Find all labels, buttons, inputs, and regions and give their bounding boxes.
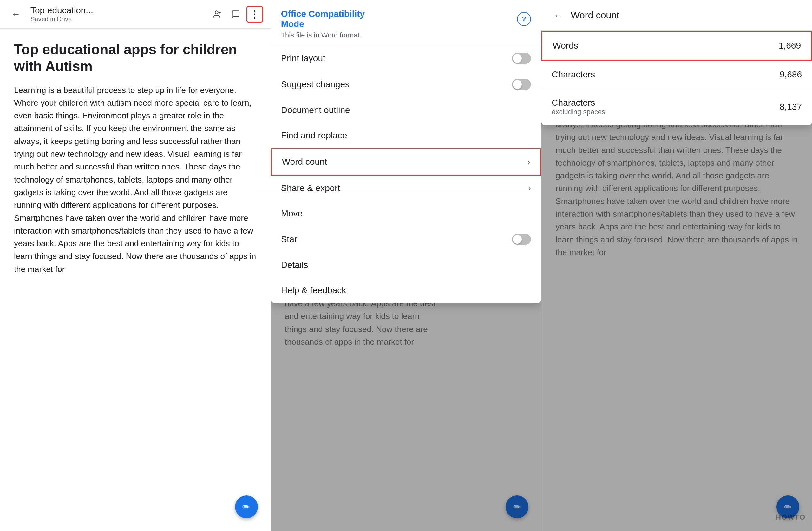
menu-item-suggest-changes[interactable]: Suggest changes (271, 71, 541, 97)
menu-item-move[interactable]: Move (271, 201, 541, 226)
wc-sublabel-chars-no-spaces: excluding spaces (552, 108, 780, 116)
wc-value-characters: 9,686 (780, 70, 802, 80)
comment-button[interactable] (228, 6, 244, 23)
wc-value-words: 1,669 (779, 41, 801, 51)
wc-header: ← Word count (541, 0, 812, 31)
menu-item-find-replace[interactable]: Find and replace (271, 123, 541, 148)
context-menu: Office CompatibilityMode ? This file is … (271, 0, 541, 303)
chevron-share-export: › (528, 183, 531, 193)
add-person-button[interactable] (208, 6, 225, 23)
wc-row-words: Words 1,669 (541, 31, 812, 61)
wc-label-chars-no-spaces: Characters (552, 98, 780, 108)
menu-item-word-count[interactable]: Word count › (271, 148, 541, 176)
wc-row-characters: Characters 9,686 (541, 61, 812, 89)
document-title-1: Top educational apps for children with A… (14, 41, 257, 75)
document-content-1: Top educational apps for children with A… (0, 29, 271, 531)
menu-label-document-outline: Document outline (281, 105, 531, 115)
menu-label-help-feedback: Help & feedback (281, 285, 531, 295)
menu-label-print-layout: Print layout (281, 53, 512, 64)
menu-label-suggest-changes: Suggest changes (281, 79, 512, 89)
help-icon[interactable]: ? (517, 12, 531, 26)
menu-item-star[interactable]: Star (271, 226, 541, 252)
toggle-suggest-changes[interactable] (512, 79, 531, 90)
menu-item-print-layout[interactable]: Print layout (271, 45, 541, 71)
wc-label-characters: Characters (552, 70, 780, 80)
watermark: HOWTO (776, 513, 806, 521)
wc-value-chars-no-spaces: 8,137 (780, 102, 802, 112)
toolbar-actions-1: ⋮ (208, 6, 263, 23)
wc-row-chars-no-spaces: Characters excluding spaces 8,137 (541, 89, 812, 125)
panel-1: ← Top education... Saved in Drive (0, 0, 271, 531)
menu-item-document-outline[interactable]: Document outline (271, 97, 541, 123)
wc-back-button[interactable]: ← (550, 8, 566, 23)
document-body-1: Learning is a beautiful process to step … (14, 84, 257, 276)
menu-header: Office CompatibilityMode ? This file is … (271, 0, 541, 45)
menu-label-share-export: Share & export (281, 183, 528, 193)
menu-label-details: Details (281, 260, 531, 270)
panel-3: ← Top education... Saved in Drive (541, 0, 812, 531)
doc-subtitle-1: Saved in Drive (30, 16, 202, 23)
edit-fab-1[interactable]: ✏ (235, 495, 258, 518)
back-button-1[interactable]: ← (8, 6, 24, 23)
menu-label-move: Move (281, 209, 531, 219)
toggle-star[interactable] (512, 234, 531, 245)
menu-label-word-count: Word count (282, 157, 527, 167)
menu-label-star: Star (281, 234, 512, 244)
menu-subtitle: This file is in Word format. (281, 31, 531, 39)
wc-label-group: Characters excluding spaces (552, 98, 780, 116)
title-area-1: Top education... Saved in Drive (30, 5, 202, 23)
toggle-print-layout[interactable] (512, 53, 531, 64)
menu-header-title: Office CompatibilityMode ? (281, 9, 531, 29)
word-count-panel: ← Word count Words 1,669 Characters 9,68… (541, 0, 812, 125)
chevron-word-count: › (527, 157, 530, 167)
more-options-button[interactable]: ⋮ (246, 6, 263, 23)
panel-2: ← Top education... Saved in Drive (271, 0, 542, 531)
menu-item-details[interactable]: Details (271, 252, 541, 278)
menu-item-share-export[interactable]: Share & export › (271, 176, 541, 201)
svg-point-0 (215, 11, 218, 14)
wc-label-words: Words (553, 41, 779, 51)
office-compat-title: Office CompatibilityMode (281, 9, 365, 29)
doc-title-1: Top education... (30, 5, 202, 16)
menu-label-find-replace: Find and replace (281, 130, 531, 141)
menu-item-help-feedback[interactable]: Help & feedback (271, 278, 541, 303)
wc-title: Word count (571, 10, 619, 20)
toolbar-1: ← Top education... Saved in Drive (0, 0, 271, 29)
